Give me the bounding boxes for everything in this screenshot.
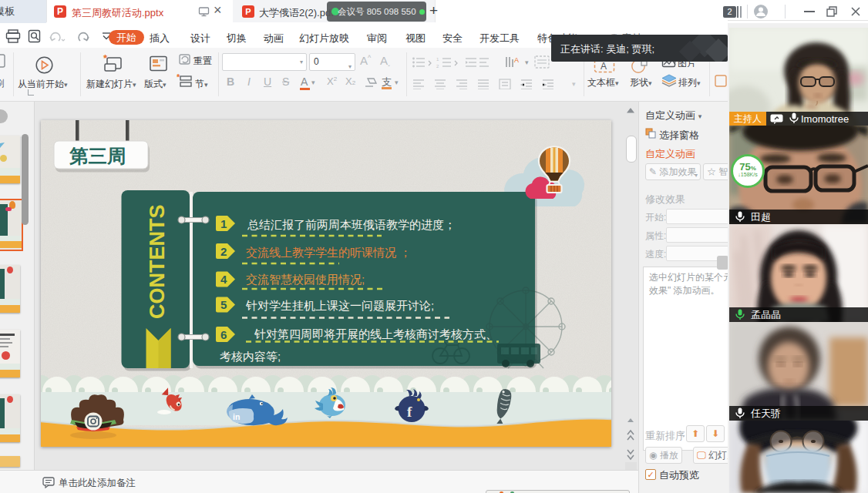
svg-text:*: * [177,73,180,82]
svg-text:交流智慧校园使用情况;: 交流智慧校园使用情况; [246,273,365,286]
svg-text:交流线上教学学生的听课情况 ；: 交流线上教学学生的听课情况 ； [246,246,411,259]
svg-text:1: 1 [436,57,439,62]
svg-text:总结汇报了前两周本班俄语教学的进度；: 总结汇报了前两周本班俄语教学的进度； [247,218,456,231]
svg-text:f: f [407,404,412,420]
svg-text:CONTENTS: CONTENTS [146,205,169,320]
svg-text:1: 1 [220,217,227,230]
svg-text:第三周: 第三周 [69,146,126,166]
svg-text:A: A [601,61,607,72]
svg-text:6: 6 [220,328,227,341]
svg-text:A: A [514,56,519,64]
svg-text:2: 2 [436,64,439,69]
svg-text:2: 2 [220,245,227,258]
svg-text:针对学生挂机上课这一问题展开讨论;: 针对学生挂机上课这一问题展开讨论; [245,299,434,312]
svg-text:针对第四周即将开展的线上考核商讨考核方式、: 针对第四周即将开展的线上考核商讨考核方式、 [254,327,497,340]
svg-text:考核内容等;: 考核内容等; [220,350,281,363]
svg-text:4: 4 [220,273,227,286]
svg-text:5: 5 [220,298,227,311]
svg-text:in: in [233,412,240,421]
